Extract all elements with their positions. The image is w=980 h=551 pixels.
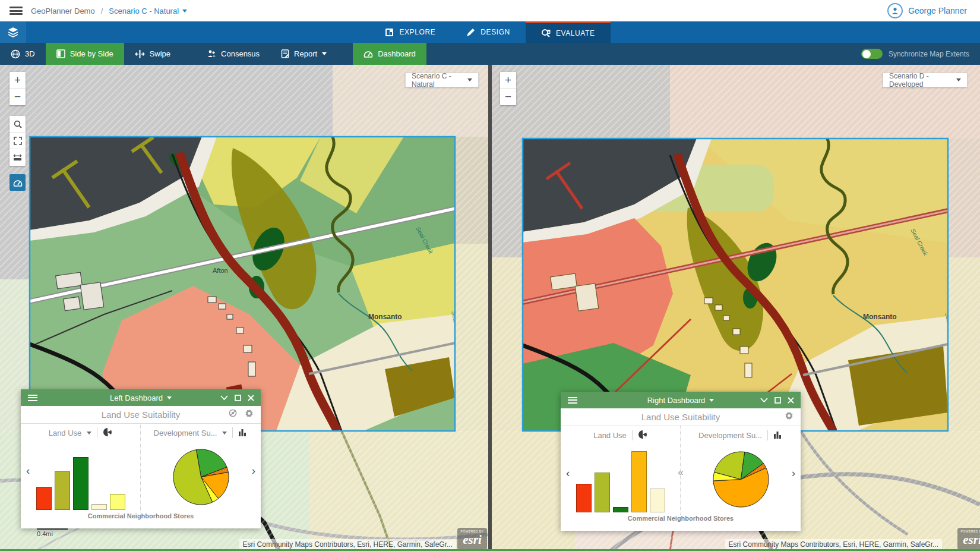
- left-scenario-value: Scenario C - Natural: [412, 72, 463, 89]
- carousel-prev-icon[interactable]: ‹: [566, 467, 570, 478]
- tab-explore-label: EXPLORE: [399, 28, 435, 36]
- evaluate-icon: [541, 29, 551, 37]
- 3d-button[interactable]: 3D: [0, 43, 46, 65]
- right-scenario-dropdown[interactable]: Scenario D - Developed: [883, 73, 968, 87]
- measure-tool-button[interactable]: [10, 149, 26, 166]
- swipe-label: Swipe: [150, 49, 170, 58]
- zoom-in-button[interactable]: +: [500, 72, 516, 89]
- right-dashboard-panel: Right Dashboard Land Use Suitability: [561, 392, 801, 531]
- breadcrumb-separator: /: [101, 7, 103, 15]
- close-icon[interactable]: [248, 395, 254, 401]
- carousel-prev-icon[interactable]: ‹: [26, 465, 30, 476]
- breadcrumb-scenario-label: Scenario C - Natural: [109, 7, 179, 15]
- app-menu-icon[interactable]: [10, 7, 23, 15]
- bar-segment: [631, 451, 647, 512]
- left-dashboard-header[interactable]: Left Dashboard: [21, 389, 261, 406]
- breadcrumb-scenario-dropdown[interactable]: Scenario C - Natural: [109, 7, 187, 15]
- right-landuse-card: Land Use: [561, 426, 681, 515]
- search-icon: [14, 120, 22, 128]
- bar-chart-icon[interactable]: [238, 428, 248, 438]
- right-dashboard-caption: Commercial Neighborhood Stores: [561, 515, 801, 531]
- tab-explore[interactable]: EXPLORE: [369, 21, 451, 43]
- powered-by-label: POWERED BY: [457, 530, 487, 533]
- geoplanner-app: GeoPlanner Demo / Scenario C - Natural G…: [0, 0, 980, 551]
- close-icon[interactable]: [788, 397, 794, 404]
- panel-subtitle: Land Use Suitability: [561, 412, 801, 422]
- side-by-side-label: Side by Side: [70, 49, 113, 58]
- dashboard-button[interactable]: Dashboard: [353, 43, 426, 65]
- primary-nav-bar: EXPLORE DESIGN EVALUATE: [0, 21, 980, 43]
- card-title: Land Use: [49, 429, 82, 437]
- bar-segment: [55, 471, 70, 510]
- breadcrumb-app-title: GeoPlanner Demo: [31, 7, 95, 15]
- side-by-side-button[interactable]: Side by Side: [46, 43, 124, 65]
- visibility-off-icon[interactable]: [228, 409, 238, 420]
- report-icon: [281, 49, 289, 58]
- gear-icon[interactable]: [785, 411, 794, 423]
- globe-icon: [11, 49, 20, 59]
- card-title: Development Su...: [154, 429, 217, 437]
- bar-segment: [73, 457, 88, 510]
- collapse-icon[interactable]: [220, 395, 228, 400]
- full-extent-button[interactable]: [10, 133, 26, 149]
- left-scenario-dropdown[interactable]: Scenario C - Natural: [405, 73, 479, 87]
- chevron-down-icon[interactable]: [222, 432, 227, 434]
- swipe-icon: [135, 50, 145, 58]
- dashboard-icon: [363, 49, 373, 58]
- carousel-next-icon[interactable]: ›: [792, 467, 795, 478]
- search-tool-button[interactable]: [10, 116, 26, 133]
- synchronize-extents-toggle[interactable]: [861, 49, 883, 59]
- measure-icon: [13, 154, 22, 161]
- card-title: Land Use: [593, 431, 627, 440]
- right-map-zoom-controls: + −: [500, 72, 516, 105]
- zoom-in-button[interactable]: +: [10, 72, 26, 89]
- esri-logo: POWERED BY esri: [457, 528, 487, 550]
- consensus-icon: [207, 49, 216, 58]
- collapse-icon[interactable]: [760, 398, 768, 402]
- chevron-down-icon[interactable]: [167, 396, 172, 399]
- pie-chart-icon[interactable]: [103, 427, 112, 439]
- gear-icon[interactable]: [245, 409, 254, 420]
- maximize-icon[interactable]: [235, 395, 241, 401]
- report-label: Report: [294, 49, 317, 58]
- bar-segment: [110, 494, 125, 510]
- left-attribution: Esri Community Maps Contributors, Esri, …: [239, 539, 456, 550]
- tab-evaluate[interactable]: EVALUATE: [526, 21, 611, 43]
- chevron-down-icon: [956, 78, 961, 81]
- left-map-tools: [10, 116, 26, 166]
- dashboard-map-button[interactable]: [10, 174, 26, 191]
- left-suitability-card: Development Su...: [141, 424, 261, 512]
- esri-wordmark: esri: [457, 533, 487, 546]
- chevron-down-icon[interactable]: [709, 399, 714, 402]
- zoom-out-button[interactable]: −: [10, 89, 26, 105]
- scale-label: 0.4mi: [37, 530, 68, 537]
- user-name[interactable]: George Planner: [908, 6, 967, 15]
- report-button[interactable]: Report: [270, 43, 337, 65]
- bar-chart-icon[interactable]: [773, 430, 783, 440]
- place-label-left: Monsanto: [368, 313, 402, 321]
- left-dashboard-panel: Left Dashboard Land Use Suitability: [21, 389, 261, 528]
- user-avatar[interactable]: [887, 3, 903, 18]
- chevron-down-icon[interactable]: [87, 432, 91, 434]
- tab-design[interactable]: DESIGN: [451, 21, 526, 43]
- dashboard-icon: [13, 178, 23, 187]
- pie-chart-icon[interactable]: [638, 430, 647, 441]
- maximize-icon[interactable]: [774, 397, 781, 404]
- right-attribution: Esri Community Maps Contributors, Esri, …: [725, 539, 942, 550]
- zoom-out-button[interactable]: −: [500, 89, 516, 105]
- suitability-pie-chart: [172, 443, 230, 510]
- carousel-next-icon[interactable]: ›: [252, 465, 255, 476]
- powered-by-label: POWERED BY: [957, 530, 980, 533]
- right-dashboard-subheader: Land Use Suitability: [561, 408, 801, 426]
- consensus-button[interactable]: Consensus: [197, 43, 270, 65]
- landuse-bar-chart: [576, 448, 665, 512]
- bar-segment: [595, 473, 610, 512]
- left-dashboard-subheader: Land Use Suitability: [21, 406, 261, 424]
- panel-title: Right Dashboard: [647, 396, 706, 405]
- 3d-label: 3D: [25, 49, 35, 58]
- right-dashboard-body: ‹ Land Use « Development Su...: [561, 426, 801, 515]
- person-icon: [891, 7, 899, 15]
- panel-collapse-left-icon[interactable]: «: [678, 467, 683, 477]
- swipe-button[interactable]: Swipe: [124, 43, 181, 65]
- right-dashboard-header[interactable]: Right Dashboard: [561, 392, 801, 408]
